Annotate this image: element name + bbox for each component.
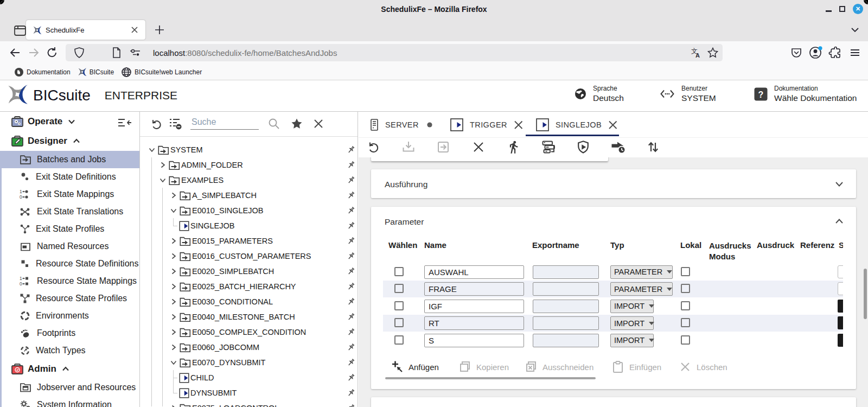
maximize-button[interactable] [839, 6, 845, 12]
anfügen-button[interactable]: Anfügen [391, 357, 439, 377]
row-select-checkbox[interactable] [394, 284, 404, 293]
vertical-scrollbar[interactable] [864, 269, 867, 319]
shield-play-icon[interactable] [575, 139, 591, 155]
chevron-up-icon[interactable] [833, 215, 845, 227]
sidebar-group-admin[interactable]: Admin [0, 359, 139, 379]
einfügen-button[interactable]: Einfügen [611, 357, 661, 377]
sidebar-item-exit-state-profiles[interactable]: Exit State Profiles [0, 220, 139, 238]
caret-right-icon[interactable] [169, 404, 178, 407]
back-button[interactable] [7, 44, 24, 61]
caret-right-icon[interactable] [169, 252, 178, 260]
extensions-icon[interactable] [827, 44, 844, 61]
param-name-input[interactable] [424, 316, 524, 330]
bookmark-item[interactable]: BICsuite [76, 66, 115, 79]
tree-search-icon[interactable] [267, 117, 280, 130]
tree-node[interactable]: E0030_CONDITIONAL [140, 294, 358, 309]
sidebar-item-exit-state-mappings[interactable]: 10 Exit State Mappings [0, 186, 139, 203]
caret-down-icon[interactable] [158, 176, 167, 185]
minimize-button[interactable] [826, 10, 832, 12]
close-button[interactable]: ✕ [853, 4, 863, 14]
tree-refresh-icon[interactable] [150, 117, 163, 130]
pocket-icon[interactable] [788, 44, 805, 61]
reload-button[interactable] [43, 44, 61, 61]
löschen-button[interactable]: Löschen [679, 357, 727, 377]
caret-right-icon[interactable] [169, 237, 178, 245]
tree-node[interactable]: EXAMPLES [140, 173, 358, 188]
caret-down-icon[interactable] [169, 206, 178, 215]
pin-icon[interactable] [346, 160, 356, 170]
server-stack-icon[interactable] [540, 139, 557, 155]
pin-icon[interactable] [346, 190, 356, 200]
tree-node[interactable]: DYNSUBMIT [140, 385, 358, 400]
sidebar-item-resource-state-profiles[interactable]: Resource State Profiles [0, 290, 139, 307]
firefox-view-icon[interactable] [13, 23, 26, 36]
pin-icon[interactable] [346, 175, 356, 185]
pin-icon[interactable] [346, 388, 356, 398]
tab-close-icon[interactable] [128, 23, 141, 36]
box-arrow-icon[interactable] [435, 139, 451, 155]
pin-icon[interactable] [346, 342, 356, 352]
param-name-input[interactable] [424, 265, 524, 279]
tree-node[interactable]: ADMIN_FOLDER [140, 157, 358, 173]
caret-right-icon[interactable] [169, 297, 178, 306]
pin-icon[interactable] [346, 358, 356, 367]
tree-node[interactable]: E0070_DYNSUBMIT [140, 355, 358, 370]
caret-right-icon[interactable] [169, 267, 178, 276]
param-lokal-checkbox[interactable] [681, 284, 690, 293]
sidebar-item-resource-state-mappings[interactable]: 10 Resource State Mappings [0, 272, 139, 290]
tree-node[interactable]: CHILD [140, 370, 358, 385]
param-name-input[interactable] [424, 300, 524, 313]
param-exportname-input[interactable] [533, 316, 599, 330]
sidebar-item-batches-and-jobs[interactable]: Batches and Jobs [0, 151, 139, 168]
tab-close-icon[interactable] [513, 119, 524, 130]
pin-icon[interactable] [346, 312, 356, 322]
param-exportname-input[interactable] [533, 282, 599, 296]
account-icon[interactable] [807, 44, 825, 61]
pin-icon[interactable] [346, 251, 356, 261]
tree-collapse-all-icon[interactable] [169, 117, 183, 130]
caret-right-icon[interactable] [169, 191, 178, 200]
bookmark-item[interactable]: BICsuite!web Launcher [120, 66, 203, 79]
param-typ-select[interactable]: IMPORT [610, 316, 654, 330]
sidebar-item-named-resources[interactable]: Named Resources [0, 238, 139, 255]
sidebar-item-exit-state-translations[interactable]: Exit State Translations [0, 203, 139, 220]
document-tab-trigger[interactable]: TRIGGER [450, 112, 524, 138]
updown-icon[interactable] [645, 139, 661, 155]
chevron-down-icon[interactable] [833, 178, 845, 190]
row-select-checkbox[interactable] [394, 318, 404, 327]
document-tab-server[interactable]: SERVER [369, 112, 434, 138]
tree-node[interactable]: E0025_BATCH_HIERARCHY [140, 279, 358, 294]
row-select-checkbox[interactable] [394, 267, 404, 276]
pin-icon[interactable] [346, 206, 356, 215]
horizontal-scrollbar[interactable] [385, 377, 596, 379]
param-exportname-input[interactable] [533, 265, 599, 279]
sidebar-item-exit-state-definitions[interactable]: Exit State Definitions [0, 168, 139, 186]
tab-close-icon[interactable] [608, 119, 618, 130]
pin-icon[interactable] [346, 403, 356, 407]
param-name-input[interactable] [424, 334, 524, 347]
sidebar-item-resource-state-definitions[interactable]: Resource State Definitions [0, 255, 139, 272]
tree-node[interactable]: SINGLEJOB [140, 218, 358, 233]
param-typ-select[interactable]: IMPORT [610, 334, 654, 347]
page-info-icon[interactable] [111, 47, 122, 59]
tree-node[interactable]: E0010_SINGLEJOB [140, 203, 358, 218]
run-man-icon[interactable] [505, 139, 521, 155]
save-icon[interactable] [400, 139, 417, 155]
collapse-sidebar-icon[interactable] [118, 117, 132, 129]
tree-node[interactable]: E0050_COMPLEX_CONDITION [140, 325, 358, 340]
permissions-icon[interactable] [129, 48, 142, 58]
param-typ-select[interactable]: PARAMETER [610, 265, 673, 279]
sidebar-item-watch-types[interactable]: Watch Types [0, 342, 139, 359]
param-exportname-input[interactable] [533, 300, 599, 313]
row-select-checkbox[interactable] [394, 301, 404, 310]
pin-icon[interactable] [346, 145, 356, 155]
sidebar-group-designer[interactable]: Designer [0, 131, 139, 151]
sidebar-item-environments[interactable]: Environments [0, 307, 139, 325]
param-name-input[interactable] [424, 282, 524, 296]
pin-icon[interactable] [346, 297, 356, 307]
caret-right-icon[interactable] [169, 313, 178, 321]
tree-clear-icon[interactable] [312, 117, 325, 130]
translate-icon[interactable]: 文A [689, 46, 702, 59]
row-select-checkbox[interactable] [394, 335, 404, 345]
forward-button[interactable] [25, 44, 42, 61]
